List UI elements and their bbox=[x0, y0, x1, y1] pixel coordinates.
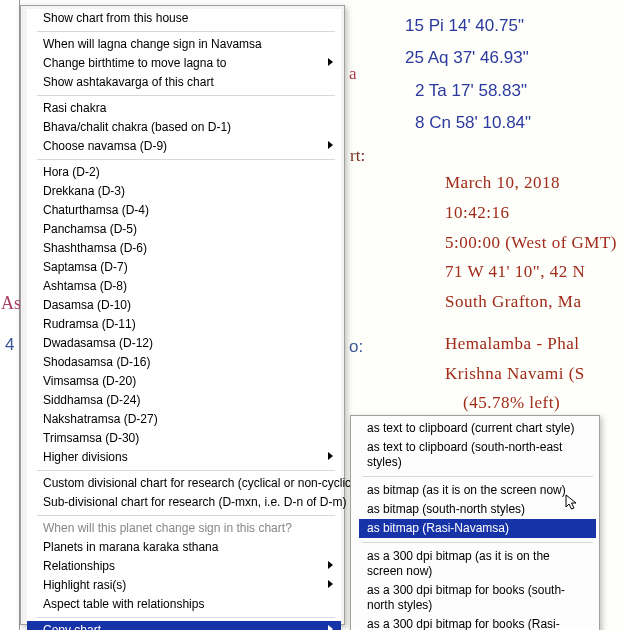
partial-char: As bbox=[1, 293, 21, 314]
menu-change-birthtime[interactable]: Change birthtime to move lagna to bbox=[27, 54, 341, 73]
chevron-right-icon bbox=[328, 452, 333, 460]
menu-show-chart-house[interactable]: Show chart from this house bbox=[27, 9, 341, 28]
menu-ashtamsa[interactable]: Ashtamsa (D-8) bbox=[27, 277, 341, 296]
coord-line: 2 Ta 17' 58.83" bbox=[405, 75, 623, 107]
menu-marana[interactable]: Planets in marana karaka sthana bbox=[27, 538, 341, 557]
menu-panchamsa[interactable]: Panchamsa (D-5) bbox=[27, 220, 341, 239]
menu-custom-div[interactable]: Custom divisional chart for research (cy… bbox=[27, 474, 341, 493]
menu-dwadasamsa[interactable]: Dwadasamsa (D-12) bbox=[27, 334, 341, 353]
menu-copy-chart[interactable]: Copy chart bbox=[27, 621, 341, 630]
chevron-right-icon bbox=[328, 625, 333, 630]
separator bbox=[37, 470, 335, 471]
sub-dpi-rasi[interactable]: as a 300 dpi bitmap for books (Rasi-Nava… bbox=[359, 615, 596, 630]
menu-dasamsa[interactable]: Dasamsa (D-10) bbox=[27, 296, 341, 315]
info-tz: 5:00:00 (West of GMT) bbox=[445, 228, 617, 258]
menu-choose-navamsa[interactable]: Choose navamsa (D-9) bbox=[27, 137, 341, 156]
menu-highlight-rasi[interactable]: Highlight rasi(s) bbox=[27, 576, 341, 595]
menu-chaturthamsa[interactable]: Chaturthamsa (D-4) bbox=[27, 201, 341, 220]
separator bbox=[37, 31, 335, 32]
chevron-right-icon bbox=[328, 561, 333, 569]
menu-trimsamsa[interactable]: Trimsamsa (D-30) bbox=[27, 429, 341, 448]
menu-higher-divisions[interactable]: Higher divisions bbox=[27, 448, 341, 467]
coord-line: 25 Aq 37' 46.93" bbox=[405, 42, 623, 74]
menu-show-ashtaka[interactable]: Show ashtakavarga of this chart bbox=[27, 73, 341, 92]
menu-rudramsa[interactable]: Rudramsa (D-11) bbox=[27, 315, 341, 334]
menu-sub-div[interactable]: Sub-divisional chart for research (D-mxn… bbox=[27, 493, 341, 512]
menu-aspect-table[interactable]: Aspect table with relationships bbox=[27, 595, 341, 614]
menu-saptamsa[interactable]: Saptamsa (D-7) bbox=[27, 258, 341, 277]
birth-info: March 10, 2018 10:42:16 5:00:00 (West of… bbox=[445, 168, 617, 418]
info-date: March 10, 2018 bbox=[445, 168, 617, 198]
partial-char: o: bbox=[349, 337, 363, 357]
partial-char: a bbox=[349, 64, 357, 84]
info-pct: (45.78% left) bbox=[445, 388, 617, 418]
separator bbox=[37, 617, 335, 618]
separator bbox=[362, 476, 593, 477]
info-tithi: Krishna Navami (S bbox=[445, 359, 617, 389]
sub-dpi-sn[interactable]: as a 300 dpi bitmap for books (south-nor… bbox=[359, 581, 596, 615]
chart-background-strip bbox=[0, 0, 20, 630]
menu-shodasamsa[interactable]: Shodasamsa (D-16) bbox=[27, 353, 341, 372]
menu-shashthamsa[interactable]: Shashthamsa (D-6) bbox=[27, 239, 341, 258]
chart-label-partial: rt: bbox=[350, 146, 365, 166]
sub-text-sne[interactable]: as text to clipboard (south-north-east s… bbox=[359, 438, 596, 472]
separator bbox=[37, 515, 335, 516]
separator bbox=[37, 95, 335, 96]
info-year: Hemalamba - Phal bbox=[445, 329, 617, 359]
menu-vimsamsa[interactable]: Vimsamsa (D-20) bbox=[27, 372, 341, 391]
menu-rasi-chakra[interactable]: Rasi chakra bbox=[27, 99, 341, 118]
chevron-right-icon bbox=[328, 141, 333, 149]
separator bbox=[362, 542, 593, 543]
context-menu: Show chart from this house When will lag… bbox=[20, 5, 345, 625]
partial-char: 4 bbox=[5, 335, 14, 355]
menu-siddhamsa[interactable]: Siddhamsa (D-24) bbox=[27, 391, 341, 410]
info-time: 10:42:16 bbox=[445, 198, 617, 228]
chevron-right-icon bbox=[328, 580, 333, 588]
sub-bmp-screen[interactable]: as bitmap (as it is on the screen now) bbox=[359, 481, 596, 500]
sub-bmp-sn[interactable]: as bitmap (south-north styles) bbox=[359, 500, 596, 519]
sub-bmp-rasi-navamsa[interactable]: as bitmap (Rasi-Navamsa) bbox=[359, 519, 596, 538]
coord-line: 8 Cn 58' 10.84" bbox=[405, 107, 623, 139]
chevron-right-icon bbox=[328, 58, 333, 66]
menu-bhava-chalit[interactable]: Bhava/chalit chakra (based on D-1) bbox=[27, 118, 341, 137]
info-loc: 71 W 41' 10", 42 N bbox=[445, 257, 617, 287]
info-place: South Grafton, Ma bbox=[445, 287, 617, 317]
menu-drekkana[interactable]: Drekkana (D-3) bbox=[27, 182, 341, 201]
sub-text-current[interactable]: as text to clipboard (current chart styl… bbox=[359, 419, 596, 438]
sub-dpi-screen[interactable]: as a 300 dpi bitmap (as it is on the scr… bbox=[359, 547, 596, 581]
menu-relationships[interactable]: Relationships bbox=[27, 557, 341, 576]
coord-line: 15 Pi 14' 40.75" bbox=[405, 10, 623, 42]
separator bbox=[37, 159, 335, 160]
menu-when-planet-disabled: When will this planet change sign in thi… bbox=[27, 519, 341, 538]
menu-when-lagna[interactable]: When will lagna change sign in Navamsa bbox=[27, 35, 341, 54]
copy-chart-submenu: as text to clipboard (current chart styl… bbox=[350, 415, 600, 630]
menu-nakshatramsa[interactable]: Nakshatramsa (D-27) bbox=[27, 410, 341, 429]
menu-hora[interactable]: Hora (D-2) bbox=[27, 163, 341, 182]
